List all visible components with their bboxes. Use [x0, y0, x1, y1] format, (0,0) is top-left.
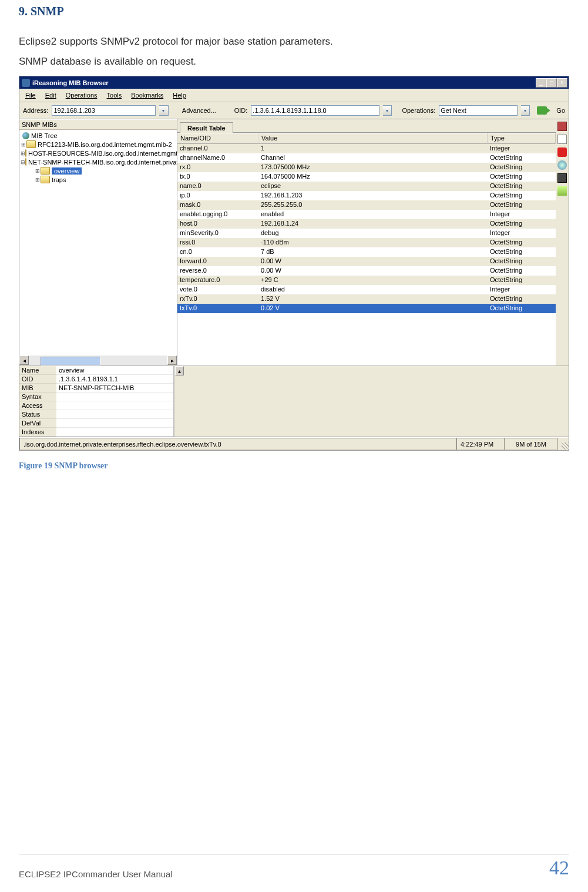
col-value[interactable]: Value [258, 133, 488, 143]
cell-type: Integer [488, 144, 556, 153]
menu-file[interactable]: File [22, 90, 39, 100]
cell-type: OctetString [488, 257, 556, 266]
save-icon[interactable] [557, 186, 567, 196]
detail-value: .1.3.6.1.4.1.8193.1.1 [56, 375, 173, 384]
window-titlebar[interactable]: iReasoning MIB Browser _ □ × [19, 76, 569, 89]
status-memory: 9M of 15M [505, 438, 557, 450]
cell-type: OctetString [488, 219, 556, 229]
cell-name: rssi.0 [177, 238, 258, 247]
cell-value: 0.00 W [258, 257, 488, 266]
cell-name: channel.0 [177, 144, 258, 153]
result-table: Name/OID Value Type channel.01Integercha… [177, 132, 556, 365]
window-title: iReasoning MIB Browser [32, 79, 535, 86]
table-row[interactable]: temperature.0+29 COctetString [177, 276, 556, 285]
table-row[interactable]: mask.0255.255.255.0OctetString [177, 200, 556, 210]
menu-edit[interactable]: Edit [42, 90, 60, 100]
table-row[interactable]: name.0eclipseOctetString [177, 182, 556, 191]
menu-bookmarks[interactable]: Bookmarks [127, 90, 167, 100]
mib-tree[interactable]: MIB Tree ⊞RFC1213-MIB.iso.org.dod.intern… [19, 130, 177, 356]
tree-host-resources[interactable]: HOST-RESOURCES-MIB.iso.org.dod.internet.… [28, 150, 177, 157]
operations-select[interactable] [439, 105, 518, 116]
operations-dropdown[interactable]: ▾ [521, 105, 530, 116]
h-scrollbar[interactable]: ◂ ▸ [19, 356, 177, 365]
cell-name: ip.0 [177, 191, 258, 200]
resize-grip[interactable] [557, 438, 569, 450]
table-row[interactable]: host.0192.168.1.24OctetString [177, 219, 556, 229]
maximize-button[interactable]: □ [546, 78, 557, 88]
detail-row: Nameoverview [19, 366, 173, 375]
table-row[interactable]: tx.0164.075000 MHzOctetString [177, 172, 556, 182]
close-button[interactable]: × [557, 78, 567, 88]
table-row[interactable]: forward.00.00 WOctetString [177, 257, 556, 266]
go-icon[interactable] [537, 106, 547, 115]
detail-label: Indexes [19, 428, 56, 437]
detail-row: Access [19, 401, 173, 410]
cell-value: 7 dB [258, 247, 488, 257]
cell-name: reverse.0 [177, 266, 258, 276]
menu-help[interactable]: Help [169, 90, 190, 100]
tree-traps[interactable]: traps [52, 176, 66, 183]
figure-caption: Figure 19 SNMP browser [19, 461, 569, 471]
table-row[interactable]: ip.0192.168.1.203OctetString [177, 191, 556, 200]
lens-icon[interactable] [557, 160, 567, 170]
address-dropdown[interactable]: ▾ [159, 105, 168, 116]
go-label[interactable]: Go [556, 107, 565, 114]
menu-operations[interactable]: Operations [62, 90, 101, 100]
cell-type: OctetString [488, 294, 556, 304]
col-type[interactable]: Type [488, 133, 556, 143]
detail-row: MIBNET-SNMP-RFTECH-MIB [19, 384, 173, 393]
tree-rfc1213[interactable]: RFC1213-MIB.iso.org.dod.internet.mgmt.mi… [38, 141, 172, 148]
left-panel-title: SNMP MIBs [19, 119, 177, 130]
operations-label: Operations: [402, 107, 435, 114]
cell-value: +29 C [258, 276, 488, 285]
detail-label: OID [19, 375, 56, 384]
address-input[interactable] [52, 105, 156, 116]
tree-root[interactable]: MIB Tree [31, 132, 58, 139]
scroll-right-button[interactable]: ▸ [167, 356, 177, 365]
table-row[interactable]: rx.0173.075000 MHzOctetString [177, 163, 556, 172]
table-row[interactable]: cn.07 dBOctetString [177, 247, 556, 257]
oid-dropdown[interactable]: ▾ [383, 105, 392, 116]
table-row[interactable]: vote.0disabledInteger [177, 285, 556, 294]
tree-net-snmp[interactable]: NET-SNMP-RFTECH-MIB.iso.org.dod.internet… [28, 159, 177, 166]
table-row[interactable]: rxTv.01.52 VOctetString [177, 294, 556, 304]
cell-type: OctetString [488, 304, 556, 313]
section-heading: 9. SNMP [19, 5, 569, 18]
menu-tools[interactable]: Tools [103, 90, 126, 100]
folder-icon [26, 140, 36, 148]
table-row[interactable]: channelName.0ChannelOctetString [177, 153, 556, 163]
cell-value: enabled [258, 210, 488, 219]
cell-value: disabled [258, 285, 488, 294]
advanced-button[interactable]: Advanced... [182, 107, 216, 114]
scroll-thumb[interactable] [41, 357, 100, 365]
scroll-up-button[interactable]: ▴ [175, 366, 184, 375]
table-row[interactable]: txTv.00.02 VOctetString [177, 304, 556, 313]
page-icon[interactable] [557, 135, 567, 144]
cell-type: OctetString [488, 172, 556, 182]
status-path: .iso.org.dod.internet.private.enterprise… [19, 438, 456, 450]
tree-overview[interactable]: overview [52, 167, 82, 175]
oid-input[interactable] [251, 105, 379, 116]
table-row[interactable]: minSeverity.0debugInteger [177, 229, 556, 238]
record-icon[interactable] [557, 147, 567, 157]
cell-value: 255.255.255.0 [258, 200, 488, 210]
col-name[interactable]: Name/OID [177, 133, 258, 143]
table-row[interactable]: reverse.00.00 WOctetString [177, 266, 556, 276]
stop-icon[interactable] [557, 122, 567, 131]
detail-label: DefVal [19, 419, 56, 428]
cell-value: 1 [258, 144, 488, 153]
export-icon[interactable] [557, 173, 567, 183]
table-row[interactable]: enableLogging.0enabledInteger [177, 210, 556, 219]
tab-result-table[interactable]: Result Table [180, 122, 233, 133]
detail-row: OID.1.3.6.1.4.1.8193.1.1 [19, 375, 173, 384]
cell-value: debug [258, 229, 488, 238]
table-row[interactable]: channel.01Integer [177, 144, 556, 153]
status-time: 4:22:49 PM [456, 438, 505, 450]
detail-scrollbar[interactable]: ▴ [174, 366, 184, 437]
table-row[interactable]: rssi.0-110 dBmOctetString [177, 238, 556, 247]
minimize-button[interactable]: _ [536, 78, 546, 88]
intro-paragraph-2: SNMP database is available on request. [19, 56, 569, 68]
scroll-left-button[interactable]: ◂ [19, 356, 29, 365]
cell-type: Integer [488, 229, 556, 238]
toolbar: Address: ▾ Advanced... OID: ▾ Operations… [19, 102, 569, 119]
